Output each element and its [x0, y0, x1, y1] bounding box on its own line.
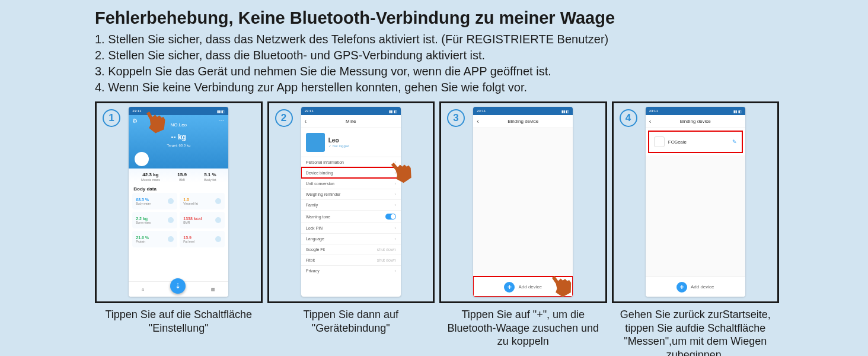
back-icon[interactable]: ‹ [305, 118, 307, 125]
cell-protein[interactable]: 21.6 %Protein [132, 231, 177, 247]
detail-icon [168, 236, 174, 242]
row-google-fit[interactable]: Google Fitshut down [301, 244, 401, 255]
plus-icon[interactable]: + [504, 282, 515, 293]
intro-line-1: 1. Stellen Sie sicher, dass das Netzwerk… [95, 31, 779, 47]
plus-icon[interactable]: + [676, 282, 687, 293]
avatar[interactable] [135, 152, 149, 166]
metrics-row: 42.3 kgMuscle mass 15.9BMI 5.1 %Body fat [129, 169, 228, 183]
step-1-panel: 1 23:11▮▮ ◧ ⚙ ⋯ NO.Leo -- kg Target: 60.… [95, 101, 263, 303]
home-weight: -- kg [171, 133, 186, 141]
status-icons: ▮▮ ◧ [389, 109, 397, 113]
chart-icon[interactable]: ▥ [211, 287, 215, 292]
back-icon[interactable]: ‹ [477, 118, 478, 125]
row-language[interactable]: Language› [301, 233, 401, 244]
row-right-text: shut down [377, 258, 396, 262]
home-username: NO.Leo [170, 122, 187, 128]
back-icon[interactable]: ‹ [649, 118, 651, 125]
step-badge-2: 2 [275, 109, 293, 127]
add-device-label: Add device [518, 284, 542, 290]
cell-fat-level[interactable]: 15.9Fat level [180, 231, 225, 247]
phone-binding-device: 23:11▮▮ ◧ ‹Binding device FOScale ✎ + Ad… [646, 107, 745, 297]
page-title: Fehlerbehebung, Keine Bluetooth-Verbindu… [95, 8, 779, 28]
row-lock-pin[interactable]: Lock PIN› [301, 223, 401, 233]
step-2-caption: Tippen Sie dann auf "Gerätebindung" [267, 308, 435, 335]
topbar-title: Mine [346, 119, 356, 124]
status-icons: ▮▮ ◧ [561, 109, 570, 113]
profile-header[interactable]: Leo✓ Not logged [301, 128, 401, 157]
profile-tag: ✓ Not logged [328, 144, 350, 148]
detail-icon [168, 198, 174, 204]
status-time: 23:11 [132, 109, 141, 113]
row-device-binding[interactable]: Device binding› [301, 167, 401, 178]
body-data-title: Body data [129, 183, 228, 193]
row-weigh-reminder[interactable]: Weighing reminder› [301, 189, 401, 199]
chevron-right-icon: › [394, 237, 395, 241]
row-family[interactable]: Family› [301, 199, 401, 210]
chevron-right-icon: › [394, 192, 395, 196]
detail-icon [215, 217, 221, 223]
add-device-bar[interactable]: + Add device [473, 276, 573, 297]
detail-icon [215, 236, 221, 242]
status-icons: ▮▮ ◧ [217, 109, 225, 113]
intro-line-3: 3. Koppeln Sie das Gerät und nehmen Sie … [95, 63, 779, 80]
topbar: ‹Mine [301, 115, 401, 128]
chevron-right-icon: › [394, 171, 395, 175]
step-badge-1: 1 [103, 109, 120, 127]
phone-home: 23:11▮▮ ◧ ⚙ ⋯ NO.Leo -- kg Target: 60.0 … [129, 107, 228, 297]
row-fitbit[interactable]: Fitbitshut down [301, 255, 401, 265]
detail-icon [168, 217, 174, 223]
metric-muscle: 42.3 kgMuscle mass [141, 172, 160, 182]
more-icon[interactable]: ⋯ [218, 117, 225, 124]
cell-bmr[interactable]: 1338 kcalBMR [180, 212, 225, 228]
add-device-bar[interactable]: + Add device [646, 276, 745, 297]
add-device-label: Add device [691, 284, 714, 290]
bound-device-row[interactable]: FOScale ✎ [649, 132, 742, 152]
step-badge-4: 4 [620, 109, 637, 127]
edit-icon[interactable]: ✎ [732, 139, 737, 145]
detail-icon [215, 198, 221, 204]
row-right-text: shut down [377, 247, 396, 252]
metric-fat: 5.1 %Body fat [204, 172, 216, 182]
step-badge-3: 3 [447, 109, 465, 127]
phone-mine: 23:11▮▮ ◧ ‹Mine Leo✓ Not logged Personal… [301, 107, 401, 297]
device-name: FOScale [668, 139, 687, 145]
step-4-panel: 4 23:11▮▮ ◧ ‹Binding device FOScale ✎ + … [612, 101, 780, 303]
row-privacy[interactable]: Privacy› [301, 265, 401, 276]
topbar-title: Binding device [508, 119, 538, 124]
cell-visceral[interactable]: 1.0Visceral fat [180, 193, 225, 209]
measure-fab[interactable]: ⇣ [170, 278, 186, 294]
binding-empty-area [646, 155, 745, 276]
row-personal-info[interactable]: Personal information› [301, 157, 401, 167]
metric-bmi: 15.9BMI [177, 172, 187, 182]
status-bar: 23:11▮▮ ◧ [301, 107, 401, 115]
row-warning-tone[interactable]: Warning tone [301, 210, 401, 223]
home-hero: ⚙ ⋯ NO.Leo -- kg Target: 60.0 kg [129, 115, 228, 169]
topbar-title: Binding device [680, 119, 711, 124]
step-1-caption: Tippen Sie auf die Schaltfläche "Einstel… [95, 308, 263, 335]
cell-body-water[interactable]: 68.5 %Body water [132, 193, 177, 209]
step-2-panel: 2 23:11▮▮ ◧ ‹Mine Leo✓ Not logged Person… [267, 101, 435, 303]
status-time: 23:11 [305, 109, 314, 113]
intro-list: 1. Stellen Sie sicher, dass das Netzwerk… [95, 31, 779, 96]
cell-bone[interactable]: 2.2 kgBone mass [132, 212, 177, 228]
device-icon [654, 136, 665, 147]
home-icon[interactable]: ⌂ [142, 287, 144, 291]
topbar: ‹Binding device [646, 115, 745, 128]
step-3-caption: Tippen Sie auf "+", um die Bluetooth-Waa… [439, 308, 607, 348]
intro-line-4: 4. Wenn Sie keine Verbindung zur App her… [95, 80, 779, 96]
status-time: 23:11 [477, 109, 486, 113]
step-3-panel: 3 23:11▮▮ ◧ ‹Binding device + Add device [439, 101, 607, 303]
bottom-nav: ⌂ ⇣ ▥ [129, 281, 228, 297]
step-4-caption: Gehen Sie zurück zurStartseite, tippen S… [612, 308, 780, 356]
body-data-grid: 68.5 %Body water 1.0Visceral fat 2.2 kgB… [129, 193, 228, 251]
chevron-right-icon: › [394, 160, 395, 164]
status-icons: ▮▮ ◧ [733, 109, 742, 113]
gear-icon[interactable]: ⚙ [132, 117, 138, 124]
settings-list: Personal information› Device binding› Un… [301, 157, 401, 276]
status-bar: 23:11▮▮ ◧ [646, 107, 745, 115]
status-bar: 23:11▮▮ ◧ [129, 107, 228, 115]
status-time: 23:11 [649, 109, 658, 113]
chevron-right-icon: › [394, 269, 395, 273]
row-unit-conversion[interactable]: Unit conversion› [301, 178, 401, 189]
toggle-switch[interactable] [385, 214, 396, 220]
